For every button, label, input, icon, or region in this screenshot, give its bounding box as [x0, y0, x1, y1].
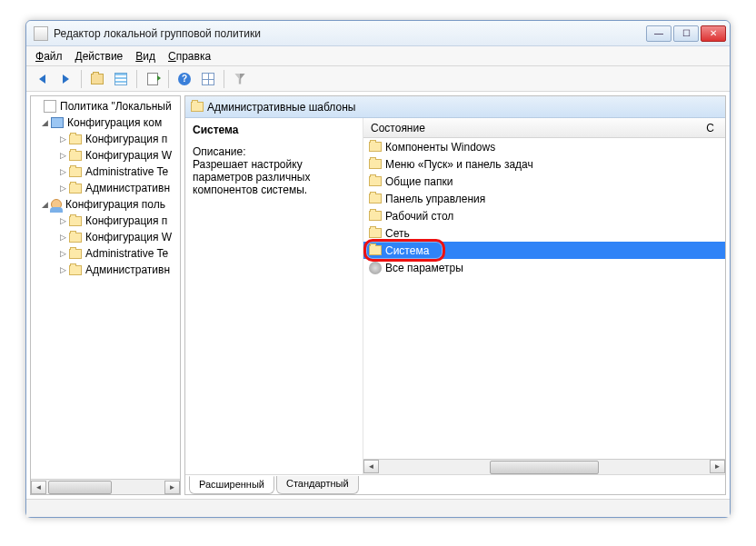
tree-root[interactable]: Политика "Локальный: [31, 98, 180, 114]
properties-button[interactable]: [198, 69, 218, 89]
close-button[interactable]: ✕: [701, 25, 726, 42]
tree-item[interactable]: ▷Конфигурация W: [31, 147, 180, 164]
export-icon: [147, 73, 158, 85]
tree-label: Конфигурация W: [85, 149, 172, 162]
twisty-icon[interactable]: ◢: [40, 200, 49, 209]
tree-item[interactable]: ▷Конфигурация W: [31, 229, 180, 245]
twisty-icon[interactable]: ▷: [58, 216, 67, 225]
tree-hscrollbar[interactable]: ◄ ►: [31, 479, 180, 494]
app-icon: [34, 26, 48, 41]
folder-icon: [69, 151, 82, 161]
scroll-right-button[interactable]: ►: [164, 481, 180, 494]
tree-computer[interactable]: ◢ Конфигурация ком: [31, 114, 180, 131]
tree-item[interactable]: ▷Конфигурация п: [31, 213, 180, 229]
folder-icon: [69, 167, 82, 177]
menubar: Файл Действие Вид Справка: [26, 46, 730, 66]
folder-icon: [369, 194, 382, 204]
tree-user[interactable]: ◢ Конфигурация поль: [31, 196, 180, 213]
up-button[interactable]: [87, 69, 107, 89]
tree-item[interactable]: ▷Administrative Te: [31, 164, 180, 180]
folder-icon: [69, 233, 82, 243]
description-label: Описание:: [193, 145, 355, 158]
minimize-button[interactable]: —: [646, 25, 671, 42]
folder-icon: [69, 134, 82, 144]
export-button[interactable]: [143, 69, 163, 89]
scroll-thumb[interactable]: [490, 461, 599, 474]
list-hscrollbar[interactable]: ◄ ►: [363, 459, 725, 474]
separator: [136, 70, 137, 88]
settings-icon: [369, 262, 382, 274]
menu-action[interactable]: Действие: [72, 48, 127, 65]
scroll-right-button[interactable]: ►: [710, 460, 725, 473]
twisty-icon[interactable]: ▷: [58, 167, 67, 176]
section-title: Система: [193, 124, 355, 136]
twisty-icon[interactable]: ▷: [58, 233, 67, 242]
pane-header-title: Административные шаблоны: [207, 101, 355, 114]
list-item-label: Рабочий стол: [385, 210, 453, 223]
tree-label: Конфигурация п: [85, 133, 167, 145]
list-item[interactable]: Компоненты Windows: [363, 138, 725, 155]
user-icon: [51, 199, 62, 210]
separator: [168, 70, 169, 88]
twisty-icon[interactable]: ▷: [58, 134, 67, 144]
column-state[interactable]: Состояние: [371, 122, 425, 134]
show-hide-tree-button[interactable]: [111, 69, 131, 89]
description-text: Разрешает настройку параметров различных…: [193, 158, 355, 196]
list-item-label: Все параметры: [385, 262, 463, 274]
twisty-icon[interactable]: ▷: [58, 265, 67, 274]
twisty-icon[interactable]: ▷: [58, 249, 67, 258]
tree-label: Административн: [85, 182, 170, 194]
list-column: Состояние С Компоненты WindowsМеню «Пуск…: [363, 118, 725, 474]
tree-item[interactable]: ▷Конфигурация п: [31, 131, 180, 147]
menu-view[interactable]: Вид: [132, 48, 159, 65]
list-item[interactable]: Система: [363, 242, 725, 259]
separator: [81, 70, 82, 88]
twisty-icon[interactable]: ▷: [58, 184, 67, 193]
tree-label: Конфигурация W: [85, 231, 172, 243]
list-item[interactable]: Все параметры: [363, 259, 725, 276]
tree[interactable]: Политика "Локальный ◢ Конфигурация ком ▷…: [31, 96, 180, 479]
folder-icon: [69, 265, 82, 275]
list-body[interactable]: Компоненты WindowsМеню «Пуск» и панель з…: [363, 138, 725, 459]
column-c[interactable]: С: [706, 122, 718, 134]
list-item[interactable]: Панель управления: [363, 190, 725, 207]
tree-item[interactable]: ▷Административн: [31, 180, 180, 196]
window-title: Редактор локальной групповой политики: [54, 27, 646, 40]
arrow-right-icon: [63, 74, 69, 84]
maximize-button[interactable]: ☐: [673, 25, 699, 42]
list-item[interactable]: Рабочий стол: [363, 207, 725, 224]
list-item[interactable]: Общие папки: [363, 173, 725, 190]
tab-standard[interactable]: Стандартный: [276, 476, 359, 494]
scroll-left-button[interactable]: ◄: [31, 481, 46, 494]
tree-label: Administrative Te: [85, 165, 168, 178]
list-item-label: Панель управления: [385, 193, 485, 205]
twisty-icon[interactable]: ▷: [58, 151, 67, 160]
folder-icon: [69, 184, 82, 194]
tab-extended[interactable]: Расширенный: [189, 476, 274, 494]
menu-help[interactable]: Справка: [164, 48, 214, 65]
titlebar[interactable]: Редактор локальной групповой политики — …: [26, 21, 730, 46]
list-item[interactable]: Меню «Пуск» и панель задач: [363, 155, 725, 173]
tree-label: Конфигурация поль: [65, 198, 165, 211]
list-item-label: Компоненты Windows: [385, 141, 495, 154]
forward-button[interactable]: [55, 69, 75, 89]
tree-item[interactable]: ▷Административн: [31, 262, 180, 278]
twisty-icon[interactable]: ◢: [40, 118, 49, 127]
folder-icon: [369, 245, 382, 255]
tree-item[interactable]: ▷Administrative Te: [31, 245, 180, 262]
back-button[interactable]: [32, 69, 52, 89]
scroll-left-button[interactable]: ◄: [363, 460, 379, 473]
column-header[interactable]: Состояние С: [363, 118, 725, 138]
list-item-label: Меню «Пуск» и панель задач: [385, 158, 533, 171]
list-item[interactable]: Сеть: [363, 224, 725, 242]
toolbar: ?: [26, 66, 730, 92]
menu-file[interactable]: Файл: [32, 48, 66, 65]
twisty-icon[interactable]: [33, 102, 42, 111]
folder-icon: [369, 211, 382, 221]
help-button[interactable]: ?: [174, 69, 194, 89]
filter-icon: [234, 74, 245, 84]
panel-icon: [114, 73, 127, 85]
scroll-thumb[interactable]: [48, 481, 112, 494]
filter-button[interactable]: [230, 69, 250, 89]
tree-label: Административн: [85, 263, 170, 276]
